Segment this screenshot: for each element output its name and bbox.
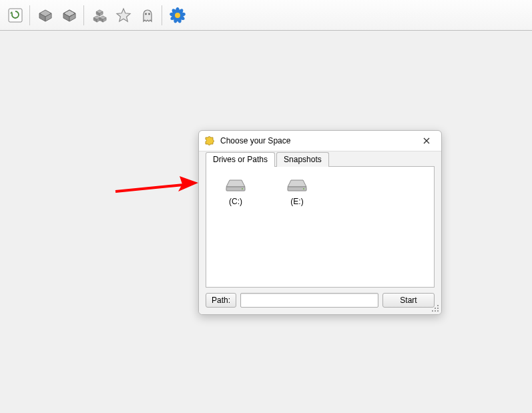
drives-pane: (C:) (E:) <box>206 166 435 288</box>
drive-label: (C:) <box>216 197 256 206</box>
svg-point-10 <box>303 188 304 189</box>
hard-drive-icon <box>285 176 309 192</box>
toolbar-separator <box>162 5 162 25</box>
svg-marker-6 <box>178 176 198 191</box>
tab-strip: Drives or Paths Snapshots <box>206 151 435 166</box>
ghost-button[interactable] <box>136 4 159 27</box>
refresh-button[interactable] <box>4 4 27 27</box>
close-button[interactable] <box>417 133 436 148</box>
svg-line-5 <box>115 185 184 191</box>
drive-item-c[interactable]: (C:) <box>213 173 258 209</box>
svg-rect-0 <box>9 9 22 22</box>
toolbar-separator <box>83 5 84 25</box>
dialog-title-text: Choose your Space <box>220 136 412 145</box>
svg-point-8 <box>242 188 243 189</box>
path-input[interactable] <box>240 293 378 308</box>
drive-item-e[interactable]: (E:) <box>274 173 320 209</box>
hard-drive-icon <box>224 176 248 192</box>
start-button[interactable]: Start <box>382 293 435 308</box>
tab-drives-or-paths[interactable]: Drives or Paths <box>206 152 275 167</box>
annotation-arrow-icon <box>110 175 204 208</box>
star-button[interactable] <box>112 4 135 27</box>
path-button[interactable]: Path: <box>206 293 236 308</box>
boxes-button[interactable] <box>88 4 111 27</box>
resize-grip[interactable] <box>431 304 439 312</box>
flower-settings-button[interactable] <box>166 4 189 27</box>
puzzle-icon <box>204 135 215 147</box>
box-open-button[interactable] <box>58 4 81 27</box>
tab-snapshots[interactable]: Snapshots <box>276 152 329 167</box>
svg-point-2 <box>148 13 150 15</box>
svg-point-4 <box>175 13 180 18</box>
svg-point-1 <box>145 13 147 15</box>
choose-space-dialog: Choose your Space Drives or Paths Snapsh… <box>198 130 442 315</box>
drive-label: (E:) <box>277 197 317 206</box>
dialog-titlebar: Choose your Space <box>199 131 441 151</box>
box-solid-button[interactable] <box>34 4 57 27</box>
main-toolbar <box>0 0 532 31</box>
toolbar-separator <box>29 5 30 25</box>
